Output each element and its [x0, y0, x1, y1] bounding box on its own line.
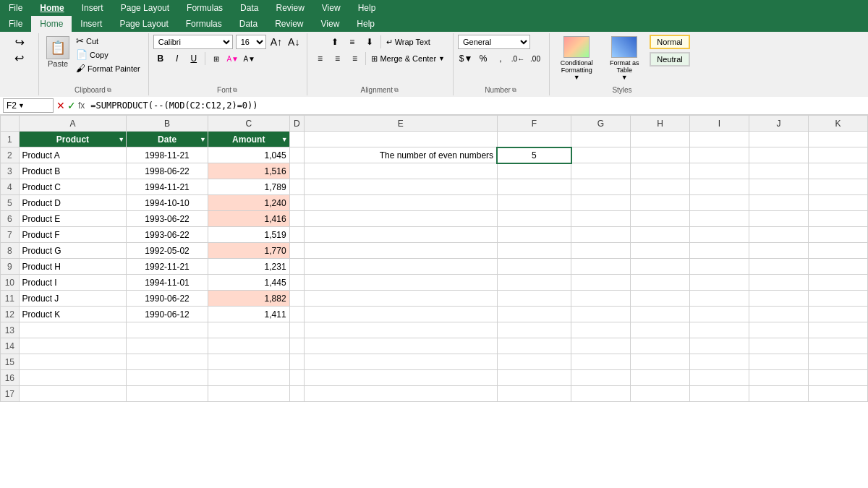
cell-I6[interactable]	[689, 211, 749, 227]
cell-E8[interactable]	[305, 243, 497, 259]
cell-E16[interactable]	[305, 370, 497, 386]
font-grow-button[interactable]: A↑	[269, 36, 284, 48]
cancel-formula-icon[interactable]: ✕	[56, 100, 65, 111]
cell-I3[interactable]	[689, 163, 749, 179]
data-menu[interactable]: Data	[237, 1, 261, 14]
font-shrink-button[interactable]: A↓	[286, 36, 301, 48]
tab-file[interactable]: File	[0, 16, 31, 32]
merge-center-button[interactable]: ⊞ Merge & Center ▼	[369, 53, 447, 64]
amount-header-cell[interactable]: Amount ▼	[208, 132, 289, 147]
align-right-button[interactable]: ≡	[346, 51, 362, 66]
cell-E2[interactable]: The number of even numbers	[305, 147, 497, 163]
row-num-4[interactable]: 4	[1, 179, 20, 195]
cell-J14[interactable]	[749, 338, 808, 354]
row-num-10[interactable]: 10	[1, 275, 20, 291]
tab-home[interactable]: Home	[31, 16, 72, 32]
conditional-formatting-button[interactable]: Conditional Formatting ▼	[554, 35, 599, 82]
cell-D8[interactable]	[289, 243, 304, 259]
font-expand-icon[interactable]: ⧉	[233, 87, 237, 94]
cell-B12[interactable]: 1990-06-12	[127, 307, 208, 322]
cell-G14[interactable]	[571, 338, 631, 354]
cell-K4[interactable]	[808, 179, 867, 195]
cell-J10[interactable]	[749, 275, 808, 291]
col-header-K[interactable]: K	[808, 116, 867, 132]
cell-F15[interactable]	[497, 354, 571, 370]
alignment-expand-icon[interactable]: ⧉	[394, 87, 399, 94]
cell-H16[interactable]	[631, 370, 690, 386]
align-center-button[interactable]: ≡	[329, 51, 345, 66]
row-num-2[interactable]: 2	[1, 147, 20, 163]
cell-A16[interactable]	[19, 370, 127, 386]
cell-D6[interactable]	[289, 211, 304, 227]
border-button[interactable]: ⊞	[209, 51, 224, 66]
cell-C6[interactable]: 1,416	[208, 211, 289, 227]
row-num-8[interactable]: 8	[1, 243, 20, 259]
cell-G2[interactable]	[571, 147, 631, 163]
cell-I8[interactable]	[689, 243, 749, 259]
cell-E6[interactable]	[305, 211, 497, 227]
cell-H6[interactable]	[631, 211, 690, 227]
cell-J3[interactable]	[749, 163, 808, 179]
cell-H10[interactable]	[631, 275, 690, 291]
cell-D14[interactable]	[289, 338, 304, 354]
cell-K14[interactable]	[808, 338, 867, 354]
cell-F12[interactable]	[497, 307, 571, 322]
cell-G16[interactable]	[571, 370, 631, 386]
paste-button[interactable]: 📋 Paste	[43, 35, 72, 69]
cell-D11[interactable]	[289, 291, 304, 307]
cell-D13[interactable]	[289, 322, 304, 338]
increase-decimal-button[interactable]: .00	[527, 51, 543, 66]
cell-E4[interactable]	[305, 179, 497, 195]
cell-D1[interactable]	[289, 132, 304, 147]
cell-A3[interactable]: Product B	[19, 163, 127, 179]
row-num-5[interactable]: 5	[1, 195, 20, 211]
col-header-E[interactable]: E	[305, 116, 497, 132]
cell-I5[interactable]	[689, 195, 749, 211]
cell-K17[interactable]	[808, 386, 867, 402]
cell-I4[interactable]	[689, 179, 749, 195]
cell-B9[interactable]: 1992-11-21	[127, 259, 208, 275]
cell-H11[interactable]	[631, 291, 690, 307]
cell-J2[interactable]	[749, 147, 808, 163]
row-num-9[interactable]: 9	[1, 259, 20, 275]
currency-button[interactable]: $▼	[458, 51, 474, 66]
redo-button[interactable]: ↩	[12, 51, 27, 65]
cell-F5[interactable]	[497, 195, 571, 211]
cell-F2[interactable]: 5	[497, 147, 571, 163]
cell-C13[interactable]	[208, 322, 289, 338]
number-expand-icon[interactable]: ⧉	[512, 87, 516, 94]
cell-H7[interactable]	[631, 227, 690, 243]
cell-B11[interactable]: 1990-06-22	[127, 291, 208, 307]
cell-A14[interactable]	[19, 338, 127, 354]
cell-K8[interactable]	[808, 243, 867, 259]
cell-G11[interactable]	[571, 291, 631, 307]
view-menu[interactable]: View	[319, 1, 344, 14]
cell-I17[interactable]	[689, 386, 749, 402]
row-num-12[interactable]: 12	[1, 307, 20, 322]
cell-K9[interactable]	[808, 259, 867, 275]
cell-J13[interactable]	[749, 322, 808, 338]
cell-I11[interactable]	[689, 291, 749, 307]
cell-C14[interactable]	[208, 338, 289, 354]
confirm-formula-icon[interactable]: ✓	[67, 100, 76, 111]
cell-H14[interactable]	[631, 338, 690, 354]
cell-J12[interactable]	[749, 307, 808, 322]
cell-H15[interactable]	[631, 354, 690, 370]
cell-F9[interactable]	[497, 259, 571, 275]
cell-A9[interactable]: Product H	[19, 259, 127, 275]
cell-C8[interactable]: 1,770	[208, 243, 289, 259]
cell-E14[interactable]	[305, 338, 497, 354]
merge-dropdown-icon[interactable]: ▼	[438, 55, 445, 62]
cell-J4[interactable]	[749, 179, 808, 195]
cell-E9[interactable]	[305, 259, 497, 275]
row-num-6[interactable]: 6	[1, 211, 20, 227]
cell-A12[interactable]: Product K	[19, 307, 127, 322]
font-color-button[interactable]: A▼	[242, 51, 257, 66]
cell-A17[interactable]	[19, 386, 127, 402]
col-header-D[interactable]: D	[289, 116, 304, 132]
cell-K10[interactable]	[808, 275, 867, 291]
neutral-style-button[interactable]: Neutral	[650, 52, 689, 67]
cell-H1[interactable]	[631, 132, 690, 147]
cell-C3[interactable]: 1,516	[208, 163, 289, 179]
format-as-table-dropdown-icon[interactable]: ▼	[621, 74, 628, 81]
